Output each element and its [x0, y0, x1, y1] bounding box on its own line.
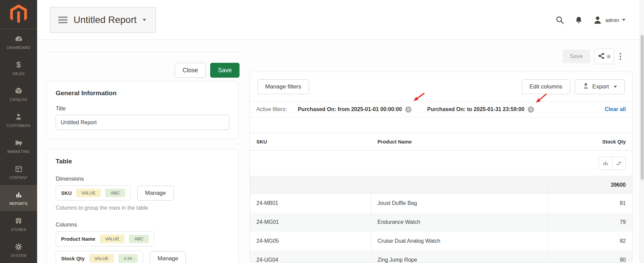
sku-cell: 24-MB01 — [250, 194, 371, 213]
sku-cell: 24-MG01 — [250, 213, 371, 232]
sidebar-item-reports[interactable]: REPORTS — [0, 185, 37, 211]
general-information-panel: General Information Title — [47, 81, 239, 139]
table-row: 24-MG01 Endurance Watch 79 — [250, 213, 632, 232]
product-cell: Joust Duffle Bag — [371, 194, 548, 213]
vertical-scrollbar — [640, 0, 644, 263]
sidebar-item-label: REPORTS — [9, 202, 27, 206]
totals-product-cell — [371, 176, 548, 193]
share-button[interactable] — [594, 49, 614, 64]
scrollbar-thumb[interactable] — [641, 35, 644, 180]
page: DASHBOARD SALES CATALOG CUSTOMERS — [0, 0, 644, 263]
qty-cell: 81 — [548, 194, 632, 213]
edit-columns-button[interactable]: Edit columns — [522, 79, 570, 94]
close-button[interactable]: Close — [175, 63, 206, 78]
header-actions: admin — [555, 0, 625, 40]
sidebar-item-catalog[interactable]: CATALOG — [0, 81, 37, 107]
grid-toolbar-right: Edit columns Export — [522, 79, 625, 94]
report-table: SKU Product Name Stock Qty — [250, 133, 632, 263]
bar-chart-icon[interactable] — [599, 157, 612, 170]
table-row: 24-MG05 Cruise Dual Analog Watch 82 — [250, 232, 632, 251]
product-cell: Cruise Dual Analog Watch — [371, 232, 548, 251]
sidebar-item-label: MARKETING — [7, 150, 30, 154]
header: Untitled Report admin — [37, 0, 644, 40]
page-title: Untitled Report — [74, 15, 137, 25]
magento-logo[interactable] — [0, 0, 37, 29]
save-button[interactable]: Save — [210, 63, 240, 78]
sidebar-item-system[interactable]: SYSTEM — [0, 237, 37, 263]
notifications-icon[interactable] — [575, 16, 583, 24]
product-cell: Zing Jump Rope — [371, 251, 548, 263]
sidebar-item-label: CUSTOMERS — [7, 124, 31, 128]
table-settings-panel: Table Dimensions SKU VALUE ABC Manage Co… — [47, 149, 239, 263]
content: Close Save General Information Title Tab… — [37, 40, 644, 263]
table-row: 24-MB01 Joust Duffle Bag 81 — [250, 194, 632, 213]
filter-text: Purchased On: to 2025-01-31 23:59:00 — [427, 106, 524, 112]
panel-heading: General Information — [56, 89, 229, 97]
manage-filters-button[interactable]: Manage filters — [257, 79, 309, 94]
chevron-down-icon — [614, 86, 617, 88]
report-grid-panel: Manage filters Edit columns Export Activ… — [250, 72, 633, 263]
manage-columns-button[interactable]: Manage — [150, 251, 186, 263]
clear-all-link[interactable]: Clear all — [605, 106, 626, 112]
report-title-menu[interactable]: Untitled Report — [50, 7, 156, 33]
column-header-sku[interactable]: SKU — [250, 133, 371, 150]
filter-text: Purchased On: from 2025-01-01 00:00:00 — [298, 106, 402, 112]
divider — [46, 52, 240, 52]
dimensions-label: Dimensions — [56, 176, 229, 182]
active-filters-label: Active filters: — [256, 106, 287, 112]
columns-row-product-name: Product Name VALUE ABC — [56, 231, 229, 246]
qty-cell: 82 — [548, 232, 632, 251]
columns-row-stock-qty: Stock Qty VALUE #.## Manage — [56, 251, 229, 263]
title-field-label: Title — [56, 106, 229, 112]
dimension-chip-sku[interactable]: SKU VALUE ABC — [56, 185, 131, 201]
value-badge: VALUE — [89, 254, 114, 263]
value-badge: VALUE — [76, 189, 101, 197]
value-badge: VALUE — [100, 235, 125, 243]
save-report-button-disabled[interactable]: Save — [563, 50, 590, 63]
column-header-stock-qty[interactable]: Stock Qty — [548, 133, 632, 150]
user-menu[interactable]: admin — [593, 16, 625, 25]
filter-item: Purchased On: from 2025-01-01 00:00:00 — [298, 106, 412, 113]
dashboard-icon — [15, 34, 23, 43]
number-format-badge: #.## — [118, 254, 138, 263]
sidebar-item-marketing[interactable]: MARKETING — [0, 133, 37, 159]
totals-sku-cell — [250, 176, 371, 193]
qty-cell: 90 — [548, 251, 632, 263]
sidebar-item-content[interactable]: CONTENT — [0, 159, 37, 185]
chip-name: Stock Qty — [61, 256, 85, 261]
sidebar-item-label: CATALOG — [10, 98, 27, 102]
product-cell: Endurance Watch — [371, 213, 548, 232]
grid-toolbar: Manage filters Edit columns Export — [250, 72, 632, 102]
customers-icon — [15, 112, 22, 121]
column-tools-row — [250, 151, 632, 176]
totals-row: 39600 — [250, 176, 632, 194]
marketing-icon — [15, 138, 23, 147]
kebab-menu-icon[interactable] — [618, 51, 623, 62]
abc-badge: ABC — [105, 189, 125, 197]
column-chip-product-name[interactable]: Product Name VALUE ABC — [56, 231, 154, 246]
sidebar-item-label: CONTENT — [9, 176, 28, 180]
sku-cell: 24-UG04 — [250, 251, 371, 263]
user-avatar-icon — [593, 16, 602, 25]
abc-badge: ABC — [129, 235, 149, 243]
remove-filter-icon[interactable] — [528, 106, 534, 113]
manage-dimensions-button[interactable]: Manage — [137, 186, 173, 201]
columns-label: Columns — [56, 222, 229, 228]
sidebar-item-stores[interactable]: STORES — [0, 211, 37, 237]
form-actions: Close Save — [46, 63, 240, 78]
export-label: Export — [592, 83, 609, 90]
title-input[interactable] — [56, 115, 229, 130]
collapse-columns-icon[interactable] — [612, 157, 625, 170]
sidebar-item-customers[interactable]: CUSTOMERS — [0, 107, 37, 133]
sidebar-item-label: SALES — [12, 72, 25, 76]
column-chip-stock-qty[interactable]: Stock Qty VALUE #.## — [56, 251, 143, 263]
column-header-product-name[interactable]: Product Name — [371, 133, 548, 150]
search-icon[interactable] — [555, 16, 564, 25]
qty-cell: 79 — [548, 213, 632, 232]
export-button[interactable]: Export — [575, 79, 625, 94]
remove-filter-icon[interactable] — [405, 106, 412, 113]
report-toolbar: Save — [563, 49, 622, 64]
sidebar-item-sales[interactable]: SALES — [0, 55, 37, 81]
sidebar-item-dashboard[interactable]: DASHBOARD — [0, 29, 37, 55]
sidebar-menu: DASHBOARD SALES CATALOG CUSTOMERS — [0, 29, 37, 263]
